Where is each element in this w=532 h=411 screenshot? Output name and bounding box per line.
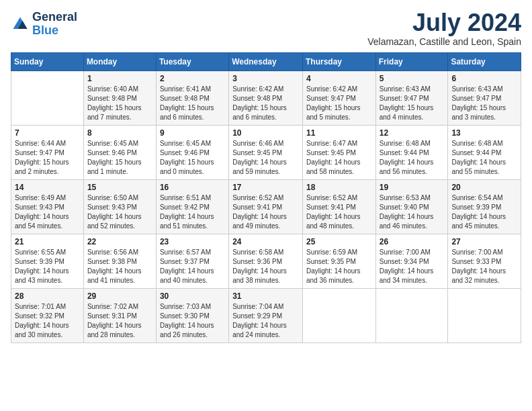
calendar-cell [448,289,521,343]
day-number: 25 [306,237,372,246]
calendar-cell: 5Sunrise: 6:43 AMSunset: 9:47 PMDaylight… [375,71,448,126]
calendar-week-row: 28Sunrise: 7:01 AMSunset: 9:32 PMDayligh… [11,289,521,343]
day-info: Sunrise: 6:57 AMSunset: 9:37 PMDaylight:… [160,248,225,285]
calendar-cell [302,289,375,343]
calendar-week-row: 1Sunrise: 6:40 AMSunset: 9:48 PMDaylight… [11,71,521,126]
day-number: 27 [451,237,517,246]
day-info: Sunrise: 6:43 AMSunset: 9:47 PMDaylight:… [451,85,517,122]
day-info: Sunrise: 6:59 AMSunset: 9:35 PMDaylight:… [306,248,372,285]
day-number: 23 [160,237,225,246]
day-info: Sunrise: 6:45 AMSunset: 9:46 PMDaylight:… [87,139,152,177]
day-info: Sunrise: 6:58 AMSunset: 9:36 PMDaylight:… [232,248,299,285]
day-info: Sunrise: 6:56 AMSunset: 9:38 PMDaylight:… [87,248,152,285]
day-info: Sunrise: 6:50 AMSunset: 9:43 PMDaylight:… [87,193,152,231]
day-number: 21 [15,237,80,246]
day-number: 14 [15,183,80,192]
calendar-cell: 29Sunrise: 7:02 AMSunset: 9:31 PMDayligh… [83,289,156,343]
calendar-cell: 26Sunrise: 7:00 AMSunset: 9:34 PMDayligh… [375,234,448,289]
calendar-cell: 18Sunrise: 6:52 AMSunset: 9:41 PMDayligh… [302,180,375,234]
day-number: 1 [87,74,152,83]
page-header: General Blue July 2024 Velamazan, Castil… [11,11,521,47]
day-info: Sunrise: 6:51 AMSunset: 9:42 PMDaylight:… [160,193,225,231]
weekday-header-cell: Saturday [448,53,521,71]
calendar-cell: 24Sunrise: 6:58 AMSunset: 9:36 PMDayligh… [229,234,303,289]
calendar-cell: 11Sunrise: 6:47 AMSunset: 9:45 PMDayligh… [302,126,375,180]
day-number: 13 [451,128,517,138]
calendar-cell: 21Sunrise: 6:55 AMSunset: 9:39 PMDayligh… [11,234,84,289]
logo: General Blue [11,11,77,38]
calendar-cell: 2Sunrise: 6:41 AMSunset: 9:48 PMDaylight… [156,71,228,126]
day-info: Sunrise: 6:47 AMSunset: 9:45 PMDaylight:… [306,139,372,177]
day-info: Sunrise: 6:49 AMSunset: 9:43 PMDaylight:… [15,193,80,231]
day-number: 11 [306,128,372,138]
weekday-header-cell: Sunday [11,53,84,71]
day-info: Sunrise: 6:48 AMSunset: 9:44 PMDaylight:… [451,139,517,177]
day-number: 8 [87,128,152,138]
day-number: 12 [380,128,445,138]
calendar-cell: 6Sunrise: 6:43 AMSunset: 9:47 PMDaylight… [448,71,521,126]
calendar-cell: 23Sunrise: 6:57 AMSunset: 9:37 PMDayligh… [156,234,228,289]
calendar-cell: 10Sunrise: 6:46 AMSunset: 9:45 PMDayligh… [229,126,303,180]
day-number: 31 [232,291,299,301]
weekday-header-cell: Friday [375,53,448,71]
day-number: 6 [451,74,517,83]
day-info: Sunrise: 6:55 AMSunset: 9:39 PMDaylight:… [15,248,80,285]
calendar-cell: 4Sunrise: 6:42 AMSunset: 9:47 PMDaylight… [302,71,375,126]
weekday-header-cell: Wednesday [229,53,303,71]
day-number: 24 [232,237,299,246]
calendar-cell [375,289,448,343]
day-number: 19 [380,183,445,192]
location: Velamazan, Castille and Leon, Spain [367,36,521,47]
calendar-cell: 19Sunrise: 6:53 AMSunset: 9:40 PMDayligh… [375,180,448,234]
day-info: Sunrise: 7:02 AMSunset: 9:31 PMDaylight:… [87,302,152,340]
calendar-cell: 27Sunrise: 7:00 AMSunset: 9:33 PMDayligh… [448,234,521,289]
day-number: 5 [380,74,445,83]
day-info: Sunrise: 7:04 AMSunset: 9:29 PMDaylight:… [232,302,299,340]
weekday-header-cell: Monday [83,53,156,71]
calendar-week-row: 14Sunrise: 6:49 AMSunset: 9:43 PMDayligh… [11,180,521,234]
calendar-cell: 22Sunrise: 6:56 AMSunset: 9:38 PMDayligh… [83,234,156,289]
calendar-cell: 16Sunrise: 6:51 AMSunset: 9:42 PMDayligh… [156,180,228,234]
calendar-cell: 13Sunrise: 6:48 AMSunset: 9:44 PMDayligh… [448,126,521,180]
day-info: Sunrise: 6:41 AMSunset: 9:48 PMDaylight:… [160,85,225,122]
day-info: Sunrise: 6:42 AMSunset: 9:47 PMDaylight:… [306,85,372,122]
calendar-cell: 15Sunrise: 6:50 AMSunset: 9:43 PMDayligh… [83,180,156,234]
calendar-cell: 17Sunrise: 6:52 AMSunset: 9:41 PMDayligh… [229,180,303,234]
day-number: 29 [87,291,152,301]
day-number: 18 [306,183,372,192]
title-section: July 2024 Velamazan, Castille and Leon, … [367,11,521,47]
calendar-cell: 25Sunrise: 6:59 AMSunset: 9:35 PMDayligh… [302,234,375,289]
day-info: Sunrise: 6:40 AMSunset: 9:48 PMDaylight:… [87,85,152,122]
calendar-cell: 8Sunrise: 6:45 AMSunset: 9:46 PMDaylight… [83,126,156,180]
calendar-week-row: 21Sunrise: 6:55 AMSunset: 9:39 PMDayligh… [11,234,521,289]
day-info: Sunrise: 6:43 AMSunset: 9:47 PMDaylight:… [380,85,445,122]
calendar-cell: 20Sunrise: 6:54 AMSunset: 9:39 PMDayligh… [448,180,521,234]
logo-text: General Blue [32,11,77,38]
day-number: 20 [451,183,517,192]
day-info: Sunrise: 7:00 AMSunset: 9:33 PMDaylight:… [451,248,517,285]
day-number: 22 [87,237,152,246]
day-number: 9 [160,128,225,138]
day-number: 7 [15,128,80,138]
month-title: July 2024 [367,11,521,35]
day-info: Sunrise: 6:52 AMSunset: 9:41 PMDaylight:… [232,193,299,231]
calendar-cell: 30Sunrise: 7:03 AMSunset: 9:30 PMDayligh… [156,289,228,343]
calendar-cell: 7Sunrise: 6:44 AMSunset: 9:47 PMDaylight… [11,126,84,180]
calendar-body: 1Sunrise: 6:40 AMSunset: 9:48 PMDaylight… [11,71,521,343]
day-number: 26 [380,237,445,246]
calendar-cell: 28Sunrise: 7:01 AMSunset: 9:32 PMDayligh… [11,289,84,343]
day-info: Sunrise: 7:00 AMSunset: 9:34 PMDaylight:… [380,248,445,285]
day-number: 2 [160,74,225,83]
calendar-cell [11,71,84,126]
day-info: Sunrise: 6:52 AMSunset: 9:41 PMDaylight:… [306,193,372,231]
calendar-cell: 12Sunrise: 6:48 AMSunset: 9:44 PMDayligh… [375,126,448,180]
day-number: 4 [306,74,372,83]
day-number: 10 [232,128,299,138]
calendar-cell: 9Sunrise: 6:45 AMSunset: 9:46 PMDaylight… [156,126,228,180]
day-number: 15 [87,183,152,192]
day-info: Sunrise: 6:42 AMSunset: 9:48 PMDaylight:… [232,85,299,122]
calendar-table: SundayMondayTuesdayWednesdayThursdayFrid… [11,52,521,343]
weekday-header-row: SundayMondayTuesdayWednesdayThursdayFrid… [11,53,521,71]
logo-icon [11,15,30,34]
calendar-cell: 31Sunrise: 7:04 AMSunset: 9:29 PMDayligh… [229,289,303,343]
